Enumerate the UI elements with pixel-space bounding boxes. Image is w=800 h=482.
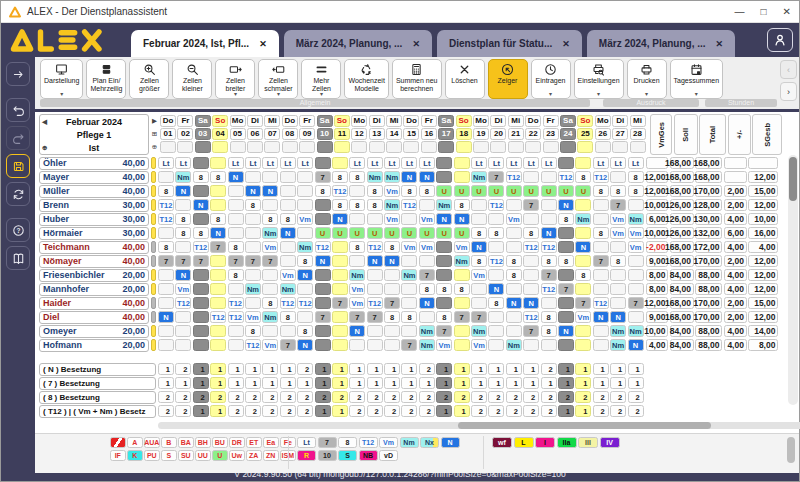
day-name-header[interactable]: Sa (438, 115, 454, 127)
shift-cell[interactable] (454, 325, 470, 337)
shift-cell[interactable] (523, 255, 539, 267)
shift-cell[interactable]: N (488, 283, 504, 295)
shift-cell[interactable]: 8 (228, 269, 244, 281)
day-name-header[interactable]: Do (525, 115, 541, 127)
shift-cell[interactable]: 8 (349, 241, 365, 253)
shift-cell[interactable] (506, 227, 522, 239)
shift-cell[interactable] (488, 311, 504, 323)
day-date-header[interactable]: 14 (386, 128, 402, 140)
shift-cell[interactable]: 7 (315, 171, 331, 183)
shift-cell[interactable] (471, 297, 487, 309)
shift-cell[interactable]: U (506, 185, 522, 197)
shift-cell[interactable] (593, 339, 609, 351)
shift-cell[interactable]: 8 (506, 269, 522, 281)
day-name-header[interactable]: Do (282, 115, 298, 127)
shift-cell[interactable] (628, 311, 644, 323)
save-button[interactable] (6, 154, 30, 178)
shift-cell[interactable]: 8 (401, 311, 417, 323)
shift-cell[interactable]: 8 (471, 255, 487, 267)
shift-cell[interactable]: T12 (593, 297, 609, 309)
shift-cell[interactable]: 7 (158, 255, 174, 267)
shift-cell[interactable] (193, 283, 209, 295)
shift-cell[interactable]: N (575, 241, 591, 253)
legend-chip-strike[interactable] (110, 437, 126, 448)
legend-chip-S[interactable]: S (161, 450, 177, 461)
shift-cell[interactable]: Nm (610, 325, 626, 337)
shift-cell[interactable]: Vm (628, 227, 644, 239)
shift-cell[interactable]: N (280, 227, 296, 239)
shift-cell[interactable]: Vm (419, 241, 435, 253)
shift-cell[interactable] (628, 269, 644, 281)
shift-cell[interactable]: Nm (628, 213, 644, 225)
shift-cell[interactable]: Vm (175, 283, 191, 295)
shift-cell[interactable] (471, 199, 487, 211)
day-name-header[interactable]: Fr (177, 115, 193, 127)
shift-cell[interactable]: 7 (384, 297, 400, 309)
shift-cell[interactable] (488, 213, 504, 225)
day-date-header[interactable]: 07 (264, 128, 280, 140)
shift-cell[interactable] (575, 325, 591, 337)
day-date-header[interactable]: 23 (543, 128, 559, 140)
legend-chip-vD[interactable]: vD (379, 450, 398, 461)
shift-cell[interactable]: 8 (349, 171, 365, 183)
shift-cell[interactable] (228, 185, 244, 197)
legend-chip-ZA[interactable]: ZA (246, 450, 262, 461)
shift-cell[interactable] (297, 199, 313, 211)
shift-cell[interactable] (436, 157, 452, 169)
shift-cell[interactable] (401, 297, 417, 309)
shift-cell[interactable]: N (541, 227, 557, 239)
shift-cell[interactable]: Lt (349, 157, 365, 169)
day-date-header[interactable]: 09 (299, 128, 315, 140)
arrow-right-button[interactable] (6, 62, 30, 86)
shift-cell[interactable]: 8 (436, 311, 452, 323)
day-date-header[interactable]: 06 (247, 128, 263, 140)
horizontal-scrollbar-thumb[interactable] (458, 422, 711, 429)
minimize-icon[interactable]: — (735, 6, 745, 17)
shift-cell[interactable] (297, 311, 313, 323)
shift-cell[interactable] (401, 325, 417, 337)
shift-cell[interactable]: Nm (384, 171, 400, 183)
shift-cell[interactable] (262, 199, 278, 211)
shift-cell[interactable] (193, 311, 209, 323)
help-button[interactable]: ? (6, 218, 30, 242)
shift-cell[interactable]: Vm (245, 311, 261, 323)
toolbar-button-zellen-breiter[interactable]: Zellen breiter▾ (215, 59, 255, 99)
shift-cell[interactable]: 7 (610, 199, 626, 211)
shift-cell[interactable]: 7 (193, 255, 209, 267)
day-name-header[interactable]: Sa (560, 115, 576, 127)
shift-cell[interactable]: N (175, 185, 191, 197)
employee-name-box[interactable]: Nömayer40,00 (39, 255, 149, 268)
shift-cell[interactable]: Lt (506, 157, 522, 169)
day-name-header[interactable]: Fr (421, 115, 437, 127)
legend-chip-A[interactable]: A (127, 437, 143, 448)
toolbar-button-summen-neu-berechnen[interactable]: Summen neu berechnen (392, 59, 442, 99)
shift-cell[interactable]: Lt (628, 157, 644, 169)
shift-cell[interactable]: 8 (315, 185, 331, 197)
shift-cell[interactable] (332, 339, 348, 351)
shift-cell[interactable] (228, 227, 244, 239)
shift-cell[interactable]: Nm (245, 283, 261, 295)
shift-cell[interactable] (436, 241, 452, 253)
shift-cell[interactable] (419, 255, 435, 267)
legend-chip-NB[interactable]: NB (359, 450, 378, 461)
shift-cell[interactable] (210, 185, 226, 197)
shift-cell[interactable] (628, 199, 644, 211)
day-date-header[interactable]: 16 (421, 128, 437, 140)
shift-cell[interactable] (193, 325, 209, 337)
shift-cell[interactable]: T12 (558, 171, 574, 183)
toolbar-button-löschen[interactable]: Löschen (445, 59, 485, 99)
shift-cell[interactable] (210, 157, 226, 169)
day-name-header[interactable]: So (212, 115, 228, 127)
shift-cell[interactable]: T12 (175, 297, 191, 309)
shift-cell[interactable] (593, 269, 609, 281)
shift-cell[interactable]: Vm (610, 227, 626, 239)
shift-cell[interactable] (541, 213, 557, 225)
shift-cell[interactable] (384, 269, 400, 281)
toolbar-scroll-left-icon[interactable]: ‹ (780, 60, 797, 79)
shift-cell[interactable]: N (210, 227, 226, 239)
shift-cell[interactable] (541, 171, 557, 183)
shift-cell[interactable]: Nm (454, 255, 470, 267)
shift-cell[interactable]: Nm (262, 311, 278, 323)
shift-cell[interactable] (280, 199, 296, 211)
legend-chip-Uw[interactable]: Uw (229, 450, 245, 461)
